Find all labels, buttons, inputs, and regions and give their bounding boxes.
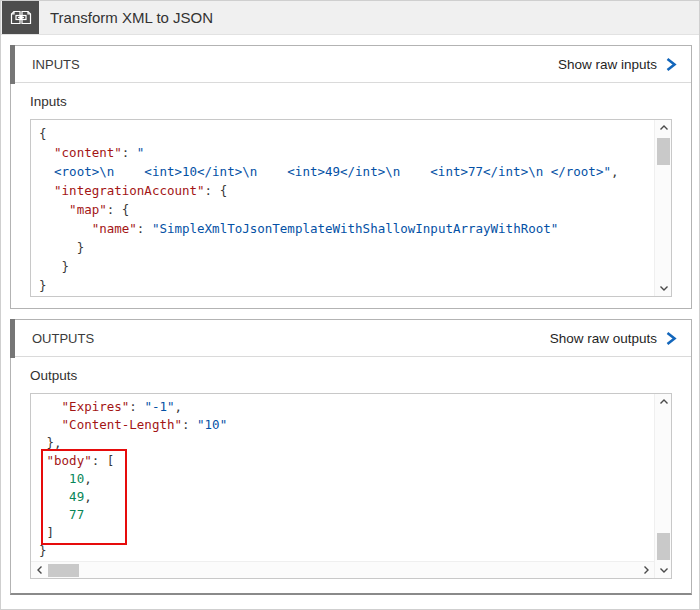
- outputs-section-header: OUTPUTS Show raw outputs: [11, 320, 691, 357]
- inputs-code-box[interactable]: { "content": " <root>\n <int>10</int>\n …: [30, 119, 672, 297]
- code-line: "Expires": "-1",: [39, 398, 654, 416]
- code-line: }: [39, 238, 654, 257]
- section-accent-bar: [10, 45, 15, 84]
- inputs-section-title: INPUTS: [32, 57, 558, 72]
- show-raw-inputs-label: Show raw inputs: [558, 57, 657, 72]
- outputs-section: OUTPUTS Show raw outputs Outputs "Expire…: [10, 319, 692, 595]
- code-line: "name": "SimpleXmlToJsonTemplateWithShal…: [39, 219, 654, 238]
- code-line: "integrationAccount": {: [39, 181, 654, 200]
- transform-xml-documents-icon: [2, 1, 39, 34]
- scrollbar-thumb[interactable]: [657, 138, 670, 165]
- chevron-right-icon: [665, 57, 677, 72]
- code-line: 49,: [39, 488, 654, 506]
- scrollbar-thumb[interactable]: [48, 564, 79, 577]
- code-line: ]: [39, 524, 654, 542]
- code-line: {: [39, 124, 654, 143]
- scrollbar-up-arrow-icon[interactable]: [655, 394, 672, 410]
- inputs-code-content[interactable]: { "content": " <root>\n <int>10</int>\n …: [31, 120, 654, 296]
- inputs-section-header: INPUTS Show raw inputs: [11, 46, 691, 83]
- inputs-section: INPUTS Show raw inputs Inputs { "content…: [10, 45, 692, 309]
- scrollbar-left-arrow-icon[interactable]: [31, 562, 48, 578]
- code-line: "Content-Length": "10": [39, 416, 654, 434]
- code-line: }: [39, 257, 654, 276]
- outputs-code-content[interactable]: "Expires": "-1", "Content-Length": "10" …: [31, 394, 654, 561]
- code-line: }: [39, 542, 654, 560]
- code-line: },: [39, 434, 654, 452]
- scrollbar-right-arrow-icon[interactable]: [637, 562, 654, 578]
- code-line: "body": [: [39, 452, 654, 470]
- outputs-horizontal-scrollbar[interactable]: [31, 561, 654, 578]
- code-line: 10,: [39, 470, 654, 488]
- chevron-right-icon: [665, 331, 677, 346]
- outputs-vertical-scrollbar[interactable]: [654, 394, 671, 578]
- inputs-label: Inputs: [30, 94, 672, 110]
- show-raw-inputs-button[interactable]: Show raw inputs: [558, 57, 677, 72]
- code-line: }: [39, 276, 654, 295]
- page-title: Transform XML to JSON: [50, 1, 213, 34]
- scrollbar-down-arrow-icon[interactable]: [655, 280, 672, 296]
- code-line: "content": ": [39, 143, 654, 162]
- scrollbar-down-arrow-icon[interactable]: [655, 562, 672, 578]
- scrollbar-up-arrow-icon[interactable]: [655, 120, 672, 136]
- outputs-label: Outputs: [30, 368, 672, 384]
- app-window: Transform XML to JSON INPUTS Show raw in…: [0, 0, 700, 610]
- code-line: 77: [39, 506, 654, 524]
- outputs-code-box[interactable]: "Expires": "-1", "Content-Length": "10" …: [30, 393, 672, 579]
- scrollbar-thumb[interactable]: [657, 533, 670, 560]
- inputs-section-body: Inputs { "content": " <root>\n <int>10</…: [11, 83, 691, 297]
- inputs-vertical-scrollbar[interactable]: [654, 120, 671, 296]
- show-raw-outputs-button[interactable]: Show raw outputs: [550, 331, 677, 346]
- section-accent-bar: [10, 319, 15, 358]
- title-bar: Transform XML to JSON: [1, 1, 699, 35]
- show-raw-outputs-label: Show raw outputs: [550, 331, 657, 346]
- outputs-section-title: OUTPUTS: [32, 331, 550, 346]
- outputs-section-body: Outputs "Expires": "-1", "Content-Length…: [11, 357, 691, 579]
- code-line: "map": {: [39, 200, 654, 219]
- code-line: <root>\n <int>10</int>\n <int>49</int>\n…: [39, 162, 654, 181]
